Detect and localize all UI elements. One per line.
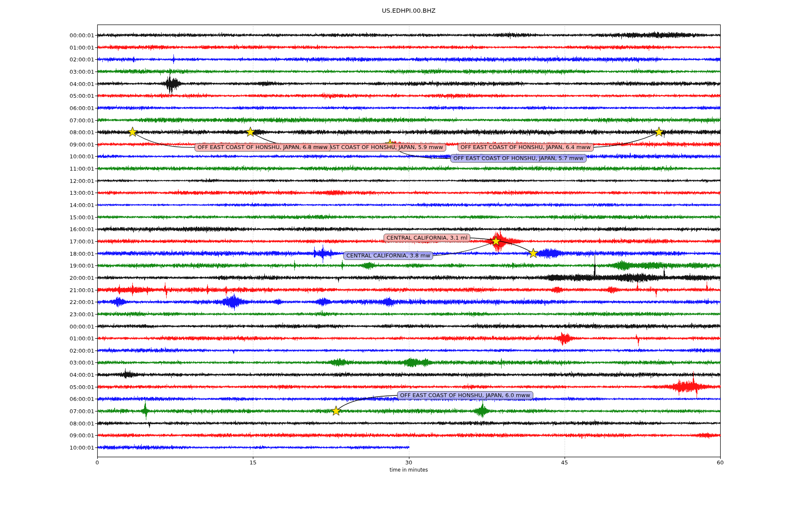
y-tick-label: 20:00:01 — [70, 274, 94, 281]
y-tick-label: 17:00:01 — [70, 238, 94, 244]
y-tick-label: 05:00:01 — [70, 384, 94, 390]
y-tick-label: 16:00:01 — [70, 226, 94, 232]
y-tick-label: 14:00:01 — [70, 202, 94, 208]
y-tick-label: 06:00:01 — [70, 105, 94, 111]
y-tick-label: 04:00:01 — [70, 80, 94, 87]
y-tick-label: 22:00:01 — [70, 299, 94, 305]
y-tick-label: 08:00:01 — [70, 129, 94, 135]
x-tick-label: 30 — [405, 459, 412, 466]
x-tick-label: 0 — [96, 459, 99, 466]
event-label: OFF EAST COAST OF HONSHU, JAPAN, 6.4 mww — [458, 143, 594, 152]
y-tick-label: 09:00:01 — [70, 141, 94, 147]
y-tick-label: 10:00:01 — [70, 444, 94, 450]
x-tick-label: 45 — [561, 459, 568, 466]
y-tick-label: 23:00:01 — [70, 311, 94, 317]
x-tick-label: 15 — [250, 459, 257, 466]
y-tick-label: 04:00:01 — [70, 372, 94, 378]
y-tick-label: 01:00:01 — [70, 335, 94, 342]
y-tick-label: 13:00:01 — [70, 190, 94, 196]
y-tick-label: 02:00:01 — [70, 56, 94, 63]
y-tick-label: 01:00:01 — [70, 44, 94, 50]
y-tick-label: 09:00:01 — [70, 432, 94, 439]
y-tick-label: 00:00:01 — [70, 323, 94, 329]
event-label: OFF EAST COAST OF HONSHU, JAPAN, 6.0 mww — [397, 391, 533, 400]
x-axis-label: time in minutes — [97, 467, 720, 473]
y-tick-label: 07:00:01 — [70, 408, 94, 414]
y-tick-label: 03:00:01 — [70, 68, 94, 75]
y-tick-label: 11:00:01 — [70, 166, 94, 172]
y-tick-label: 02:00:01 — [70, 347, 94, 353]
x-tick-label: 60 — [717, 459, 724, 466]
y-tick-label: 08:00:01 — [70, 420, 94, 426]
event-label: CENTRAL CALIFORNIA, 3.1 ml — [384, 234, 470, 242]
y-tick-label: 03:00:01 — [70, 359, 94, 366]
y-tick-label: 21:00:01 — [70, 287, 94, 293]
y-tick-label: 05:00:01 — [70, 93, 94, 99]
y-tick-label: 19:00:01 — [70, 262, 94, 269]
event-label: CENTRAL CALIFORNIA, 3.8 mw — [343, 251, 433, 260]
y-tick-label: 12:00:01 — [70, 177, 94, 184]
y-tick-label: 18:00:01 — [70, 250, 94, 257]
event-label: OFF EAST COAST OF HONSHU, JAPAN, 6.8 mww — [195, 143, 331, 152]
y-tick-label: 15:00:01 — [70, 214, 94, 220]
y-tick-label: 10:00:01 — [70, 153, 94, 160]
y-tick-label: 07:00:01 — [70, 117, 94, 123]
event-label: OFF EAST COAST OF HONSHU, JAPAN, 5.7 mww — [450, 154, 587, 163]
y-tick-label: 00:00:01 — [70, 32, 94, 39]
y-tick-label: 06:00:01 — [70, 396, 94, 402]
seismogram-figure: US.EDHPI.00.BHZ 00:00:0101:00:0102:00:01… — [0, 0, 812, 508]
page-title: US.EDHPI.00.BHZ — [97, 7, 720, 14]
